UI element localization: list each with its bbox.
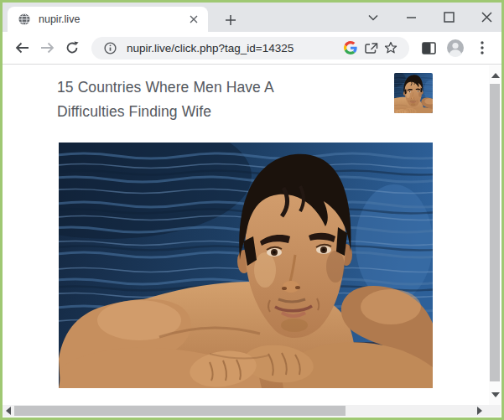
window-minimize-icon[interactable] — [404, 11, 418, 24]
back-icon[interactable] — [9, 35, 34, 60]
new-tab-button[interactable] — [220, 9, 242, 31]
horizontal-scrollbar-thumb[interactable] — [14, 406, 346, 416]
window-close-icon[interactable] — [480, 11, 493, 24]
browser-toolbar: nupir.live/click.php?tag_id=14325 — [3, 32, 501, 65]
article-heading-line2: Difficulties Finding Wife — [57, 100, 334, 124]
vertical-scrollbar[interactable] — [489, 65, 501, 405]
star-icon[interactable] — [381, 38, 401, 58]
scroll-down-arrow-icon[interactable] — [491, 392, 500, 397]
share-icon[interactable] — [361, 38, 381, 58]
reload-icon[interactable] — [60, 35, 85, 60]
horizontal-scrollbar[interactable] — [3, 405, 489, 417]
article-thumbnail-image[interactable] — [394, 73, 433, 113]
article-heading[interactable]: 15 Countries Where Men Have A Difficulti… — [57, 75, 334, 123]
info-icon[interactable] — [100, 38, 120, 58]
page-content: 15 Countries Where Men Have A Difficulti… — [3, 65, 490, 405]
tab-title: nupir.live — [39, 13, 186, 25]
article-hero-image[interactable] — [59, 143, 433, 388]
article-heading-line1: 15 Countries Where Men Have A — [57, 75, 334, 100]
scroll-left-arrow-icon[interactable] — [6, 407, 11, 415]
side-panel-icon[interactable] — [416, 35, 441, 60]
browser-window: nupir.live — [0, 0, 504, 420]
tab-strip: nupir.live — [3, 3, 501, 32]
browser-tab[interactable]: nupir.live — [8, 7, 208, 32]
url-text[interactable]: nupir.live/click.php?tag_id=14325 — [127, 42, 340, 54]
window-menu-chevron-icon[interactable] — [366, 11, 380, 24]
kebab-menu-icon[interactable] — [470, 35, 495, 60]
avatar-icon[interactable] — [443, 35, 468, 60]
vertical-scrollbar-thumb[interactable] — [490, 84, 500, 381]
scrollbar-corner — [489, 405, 501, 417]
window-maximize-icon[interactable] — [442, 11, 455, 24]
google-g-icon[interactable] — [340, 38, 361, 58]
scroll-right-arrow-icon[interactable] — [477, 407, 482, 415]
address-bar[interactable]: nupir.live/click.php?tag_id=14325 — [91, 37, 409, 60]
tab-close-icon[interactable] — [186, 12, 201, 27]
globe-icon — [18, 13, 31, 26]
scroll-up-arrow-icon[interactable] — [491, 73, 500, 78]
forward-icon[interactable] — [34, 35, 60, 60]
